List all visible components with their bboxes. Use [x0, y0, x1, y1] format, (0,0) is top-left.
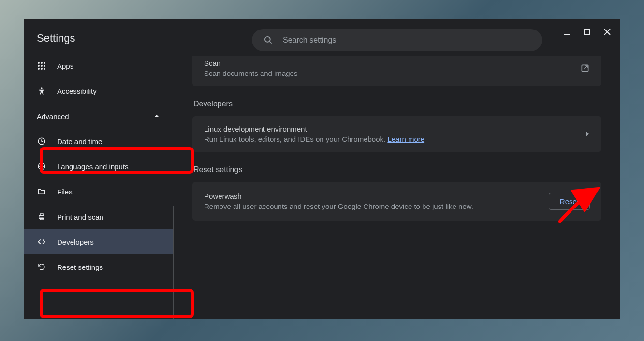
scan-title: Scan — [204, 59, 571, 67]
svg-point-5 — [38, 65, 40, 67]
code-icon — [37, 237, 46, 247]
learn-more-link[interactable]: Learn more — [387, 135, 424, 143]
maximize-button[interactable] — [578, 23, 596, 41]
sidebar-item-label: Files — [57, 188, 73, 196]
scan-card[interactable]: Scan Scan documents and images — [192, 56, 601, 86]
sidebar: Settings Apps Accessibility Advanced — [24, 19, 174, 319]
svg-point-4 — [44, 62, 45, 64]
sidebar-item-languages[interactable]: Languages and inputs — [24, 154, 174, 179]
apps-icon — [37, 61, 46, 71]
developers-header: Developers — [193, 100, 601, 108]
powerwash-card: Powerwash Remove all user accounts and r… — [192, 182, 601, 221]
sidebar-advanced-header[interactable]: Advanced — [24, 104, 174, 129]
sidebar-item-label: Reset settings — [57, 263, 103, 271]
sidebar-item-label: Languages and inputs — [57, 163, 129, 171]
svg-point-17 — [265, 37, 270, 42]
titlebar — [558, 23, 616, 41]
globe-icon — [37, 162, 46, 171]
settings-window: Settings Apps Accessibility Advanced — [24, 19, 620, 319]
sidebar-item-label: Apps — [57, 62, 73, 70]
open-external-icon[interactable] — [580, 63, 590, 73]
sidebar-item-label: Print and scan — [57, 213, 103, 221]
linux-title: Linux development environment — [204, 125, 575, 133]
linux-sub: Run Linux tools, editors, and IDEs on yo… — [204, 135, 575, 143]
sidebar-item-print-scan[interactable]: Print and scan — [24, 204, 174, 229]
linux-sub-text: Run Linux tools, editors, and IDEs on yo… — [204, 135, 387, 143]
sidebar-item-date-time[interactable]: Date and time — [24, 129, 174, 154]
svg-point-6 — [41, 65, 43, 67]
svg-rect-15 — [40, 214, 43, 216]
chevron-right-icon[interactable] — [585, 131, 590, 137]
search-icon — [263, 35, 273, 45]
svg-point-2 — [38, 62, 40, 64]
chevron-up-icon — [152, 111, 161, 121]
svg-point-3 — [41, 62, 43, 64]
sidebar-item-files[interactable]: Files — [24, 179, 174, 204]
folder-icon — [37, 187, 46, 196]
clock-icon — [37, 136, 46, 146]
powerwash-sub: Remove all user accounts and reset your … — [204, 202, 529, 210]
advanced-label: Advanced — [37, 112, 69, 120]
sidebar-item-label: Accessibility — [57, 87, 97, 95]
main-content: Scan Scan documents and images Developer… — [174, 19, 620, 319]
powerwash-title: Powerwash — [204, 192, 529, 200]
sidebar-item-label: Date and time — [57, 137, 102, 146]
svg-rect-0 — [564, 34, 570, 35]
reset-button[interactable]: Reset — [549, 193, 590, 210]
minimize-button[interactable] — [558, 23, 575, 41]
search-box[interactable] — [252, 29, 542, 51]
linux-card[interactable]: Linux development environment Run Linux … — [192, 116, 601, 152]
sidebar-item-accessibility[interactable]: Accessibility — [24, 78, 174, 104]
divider — [539, 191, 539, 212]
reset-icon — [37, 262, 46, 272]
printer-icon — [37, 212, 46, 222]
sidebar-item-developers[interactable]: Developers — [24, 229, 174, 254]
svg-rect-1 — [584, 29, 590, 35]
sidebar-item-reset[interactable]: Reset settings — [24, 254, 174, 280]
svg-point-7 — [44, 65, 45, 67]
search-input[interactable] — [283, 36, 530, 44]
svg-point-9 — [41, 68, 43, 70]
reset-header: Reset settings — [193, 165, 601, 174]
accessibility-icon — [37, 86, 46, 96]
svg-point-10 — [44, 68, 45, 70]
page-title: Settings — [24, 27, 174, 53]
svg-point-11 — [41, 87, 42, 89]
scan-sub: Scan documents and images — [204, 69, 571, 77]
close-button[interactable] — [599, 23, 616, 41]
svg-point-8 — [38, 68, 40, 70]
sidebar-item-apps[interactable]: Apps — [24, 53, 174, 78]
sidebar-item-label: Developers — [57, 238, 94, 246]
